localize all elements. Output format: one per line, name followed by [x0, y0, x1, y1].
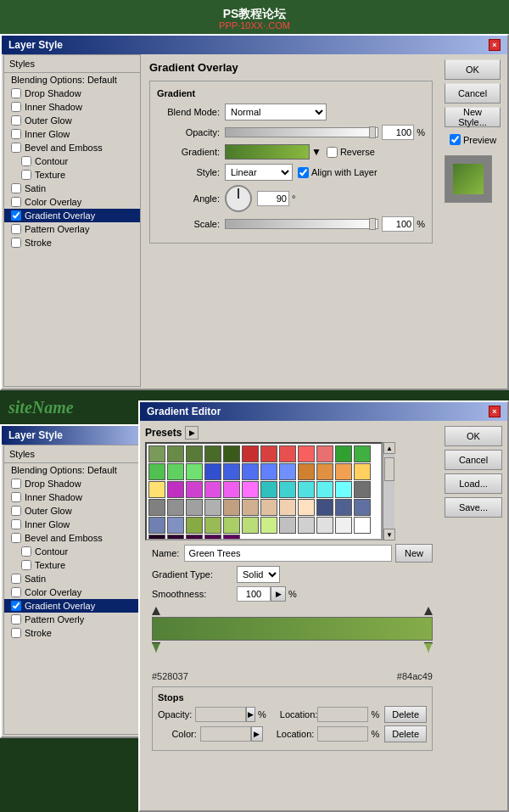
sidebar1-item-drop-shadow[interactable]: Drop Shadow — [4, 87, 140, 100]
preset-swatch[interactable] — [260, 445, 277, 462]
preset-swatch[interactable] — [186, 499, 203, 516]
sidebar1-gradient-overlay-checkbox[interactable] — [11, 210, 21, 221]
ge-close-button[interactable]: × — [489, 406, 501, 417]
sidebar1-item-texture[interactable]: Texture — [4, 168, 140, 182]
preset-swatch[interactable] — [335, 517, 352, 534]
preset-swatch[interactable] — [260, 517, 277, 534]
scroll-down-arrow[interactable]: ▼ — [383, 529, 395, 540]
preset-swatch[interactable] — [335, 481, 352, 498]
stops-location-input2[interactable] — [317, 726, 368, 742]
sidebar1-item-inner-glow[interactable]: Inner Glow — [4, 127, 140, 141]
sidebar2-item-contour[interactable]: Contour — [4, 545, 140, 558]
preset-swatch[interactable] — [148, 535, 165, 540]
sidebar1-item-bevel-emboss[interactable]: Bevel and Emboss — [4, 141, 140, 154]
preset-swatch[interactable] — [186, 463, 203, 480]
panel1-close-button[interactable]: × — [489, 39, 501, 51]
preset-swatch[interactable] — [167, 481, 184, 498]
preset-swatch[interactable] — [223, 535, 240, 540]
angle-dial[interactable] — [225, 185, 252, 212]
name-input[interactable] — [184, 545, 392, 562]
preset-swatch[interactable] — [204, 445, 221, 462]
sidebar2-item-inner-shadow[interactable]: Inner Shadow — [4, 490, 140, 504]
sidebar2-item-pattern-overlay[interactable]: Pattern Overly — [4, 613, 140, 626]
sidebar1-inner-glow-checkbox[interactable] — [11, 129, 21, 139]
sidebar2-contour-checkbox[interactable] — [21, 546, 31, 557]
preset-swatch[interactable] — [260, 463, 277, 480]
preset-swatch[interactable] — [335, 463, 352, 480]
preset-swatch[interactable] — [354, 481, 371, 498]
sidebar1-item-satin[interactable]: Satin — [4, 182, 140, 195]
preset-swatch[interactable] — [204, 535, 221, 540]
preset-swatch[interactable] — [354, 463, 371, 480]
sidebar1-stroke-checkbox[interactable] — [11, 238, 21, 248]
preset-swatch[interactable] — [354, 445, 371, 462]
scale-input[interactable] — [382, 216, 414, 232]
sidebar1-pattern-overlay-checkbox[interactable] — [11, 224, 21, 234]
sidebar1-inner-shadow-checkbox[interactable] — [11, 102, 21, 112]
preset-swatch[interactable] — [186, 481, 203, 498]
sidebar2-item-bevel-emboss[interactable]: Bevel and Emboss — [4, 531, 140, 545]
preset-swatch[interactable] — [148, 445, 165, 462]
preset-swatch[interactable] — [298, 463, 315, 480]
preset-swatch[interactable] — [148, 463, 165, 480]
sidebar1-item-color-overlay[interactable]: Color Overlay — [4, 195, 140, 209]
sidebar2-inner-glow-checkbox[interactable] — [11, 519, 21, 529]
sidebar2-item-stroke[interactable]: Stroke — [4, 626, 140, 640]
preset-swatch[interactable] — [186, 445, 203, 462]
preset-swatch[interactable] — [298, 445, 315, 462]
preset-swatch[interactable] — [223, 445, 240, 462]
preset-swatch[interactable] — [167, 499, 184, 516]
preset-swatch[interactable] — [335, 499, 352, 516]
ge-load-button[interactable]: Load... — [445, 473, 502, 494]
sidebar1-satin-checkbox[interactable] — [11, 183, 21, 193]
preset-swatch[interactable] — [204, 463, 221, 480]
preset-swatch[interactable] — [167, 517, 184, 534]
sidebar2-item-satin[interactable]: Satin — [4, 572, 140, 585]
preset-swatch[interactable] — [298, 481, 315, 498]
preset-swatch[interactable] — [279, 517, 296, 534]
preset-swatch[interactable] — [223, 517, 240, 534]
sidebar1-drop-shadow-checkbox[interactable] — [11, 88, 21, 98]
sidebar2-texture-checkbox[interactable] — [21, 560, 31, 570]
sidebar1-outer-glow-checkbox[interactable] — [11, 115, 21, 126]
opacity-slider[interactable] — [225, 127, 378, 137]
preset-swatch[interactable] — [186, 535, 203, 540]
sidebar2-item-outer-glow[interactable]: Outer Glow — [4, 504, 140, 518]
sidebar2-bevel-emboss-checkbox[interactable] — [11, 533, 21, 543]
panel1-cancel-button[interactable]: Cancel — [445, 83, 501, 104]
presets-expand-button[interactable]: ▶ — [185, 426, 199, 440]
reverse-checkbox[interactable] — [327, 147, 338, 158]
smoothness-arrow-btn[interactable]: ▶ — [271, 586, 286, 602]
preset-swatch[interactable] — [148, 499, 165, 516]
stops-color-input[interactable] — [200, 726, 251, 742]
preset-swatch[interactable] — [223, 481, 240, 498]
preset-swatch[interactable] — [298, 499, 315, 516]
style-select[interactable]: Linear — [225, 164, 293, 181]
preset-swatch[interactable] — [167, 535, 184, 540]
preset-swatch[interactable] — [354, 499, 371, 516]
preset-swatch[interactable] — [148, 517, 165, 534]
sidebar2-gradient-overlay-checkbox[interactable] — [11, 601, 21, 611]
blend-mode-select[interactable]: Normal — [225, 104, 327, 120]
opacity-input[interactable] — [382, 125, 414, 140]
preset-swatch[interactable] — [204, 499, 221, 516]
preset-swatch[interactable] — [279, 481, 296, 498]
stops-delete-btn2[interactable]: Delete — [384, 725, 427, 742]
scroll-thumb[interactable] — [384, 457, 394, 481]
ge-ok-button[interactable]: OK — [445, 426, 502, 446]
angle-input[interactable] — [257, 191, 289, 206]
preset-swatch[interactable] — [260, 499, 277, 516]
sidebar2-item-color-overlay[interactable]: Color Overlay — [4, 585, 140, 599]
preset-swatch[interactable] — [223, 463, 240, 480]
preset-swatch[interactable] — [316, 499, 333, 516]
align-layer-checkbox[interactable] — [298, 167, 309, 178]
scale-slider[interactable] — [225, 219, 378, 229]
preset-swatch[interactable] — [242, 499, 259, 516]
preset-swatch[interactable] — [316, 463, 333, 480]
ge-cancel-button[interactable]: Cancel — [445, 450, 502, 470]
preset-swatch[interactable] — [204, 517, 221, 534]
sidebar1-item-gradient-overlay[interactable]: Gradient Overlay — [4, 209, 140, 222]
preset-swatch[interactable] — [279, 499, 296, 516]
sidebar1-texture-checkbox[interactable] — [21, 170, 31, 180]
sidebar2-item-blending[interactable]: Blending Options: Default — [4, 463, 140, 477]
